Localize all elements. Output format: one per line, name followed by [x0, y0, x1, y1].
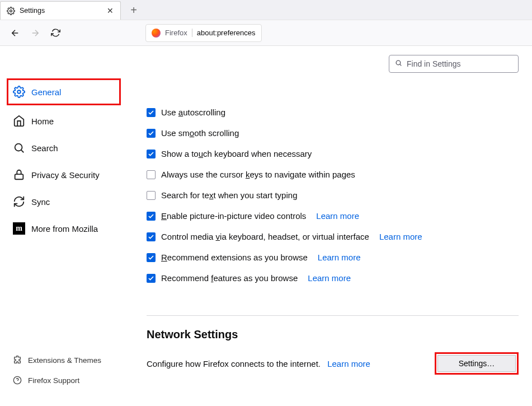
- option-row: Recommend extensions as you browseLearn …: [147, 247, 519, 268]
- svg-point-1: [17, 90, 21, 94]
- url-identity-label: Firefox: [165, 29, 192, 37]
- sidebar-item-label: Search: [31, 143, 58, 153]
- option-row: Use autoscrolling: [147, 102, 519, 123]
- sidebar-item-home[interactable]: Home: [7, 110, 121, 132]
- sidebar-item-label: General: [31, 87, 61, 97]
- tab-title: Settings: [20, 7, 106, 15]
- sidebar-item-label: Sync: [31, 197, 50, 207]
- option-row: Use smooth scrolling: [147, 123, 519, 143]
- browser-tab[interactable]: Settings ✕: [0, 1, 121, 20]
- sidebar-item-label: More from Mozilla: [31, 224, 98, 234]
- option-row: Recommend features as you browseLearn mo…: [147, 268, 519, 288]
- option-row: Search for text when you start typing: [147, 185, 519, 206]
- svg-point-0: [10, 10, 12, 12]
- checkbox[interactable]: [147, 129, 156, 138]
- address-bar[interactable]: Firefox about:preferences: [145, 24, 262, 42]
- checkbox[interactable]: [147, 212, 156, 221]
- option-label[interactable]: Recommend features as you browse: [161, 273, 298, 283]
- browser-tab-bar: Settings ✕ +: [0, 0, 532, 20]
- network-description: Configure how Firefox connects to the in…: [147, 359, 435, 368]
- sidebar-item-label: Home: [31, 116, 54, 126]
- back-button[interactable]: [7, 25, 23, 41]
- find-in-settings[interactable]: [389, 55, 519, 73]
- network-settings-button[interactable]: Settings…: [437, 355, 516, 372]
- checkbox[interactable]: [147, 191, 156, 200]
- search-icon: [12, 141, 26, 155]
- option-label[interactable]: Always use the cursor keys to navigate w…: [161, 170, 355, 179]
- highlight-box: Settings…: [435, 352, 519, 375]
- option-row: Show a touch keyboard when necessary: [147, 143, 519, 164]
- option-label[interactable]: Search for text when you start typing: [161, 190, 297, 200]
- footer-extensions[interactable]: Extensions & Themes: [12, 350, 115, 370]
- mozilla-icon: m: [12, 222, 26, 235]
- forward-button[interactable]: [27, 25, 44, 41]
- option-label[interactable]: Recommend extensions as you browse: [161, 253, 308, 262]
- checkbox[interactable]: [147, 150, 156, 158]
- footer-support[interactable]: Firefox Support: [12, 370, 115, 390]
- settings-sidebar: General Home Search Privacy & Security: [0, 46, 128, 404]
- checkbox[interactable]: [147, 274, 156, 283]
- divider: [147, 315, 519, 316]
- help-icon: [12, 375, 22, 385]
- option-label[interactable]: Use smooth scrolling: [161, 128, 239, 138]
- puzzle-icon: [12, 355, 22, 365]
- sidebar-item-general[interactable]: General: [7, 78, 121, 105]
- footer-label: Firefox Support: [28, 376, 79, 385]
- sidebar-item-privacy[interactable]: Privacy & Security: [7, 164, 121, 186]
- option-row: Always use the cursor keys to navigate w…: [147, 164, 519, 185]
- svg-rect-4: [15, 174, 23, 179]
- url-text: about:preferences: [197, 29, 256, 37]
- learn-more-link[interactable]: Learn more: [327, 359, 370, 368]
- svg-point-7: [396, 60, 401, 65]
- checkbox[interactable]: [147, 170, 156, 179]
- learn-more-link[interactable]: Learn more: [379, 232, 422, 241]
- learn-more-link[interactable]: Learn more: [318, 253, 361, 262]
- footer-label: Extensions & Themes: [28, 356, 101, 365]
- browser-toolbar: Firefox about:preferences: [0, 20, 532, 46]
- sync-icon: [12, 195, 26, 208]
- gear-icon: [6, 6, 15, 15]
- option-label[interactable]: Control media via keyboard, headset, or …: [161, 232, 369, 241]
- option-label[interactable]: Use autoscrolling: [161, 108, 225, 117]
- svg-point-2: [15, 144, 22, 151]
- svg-line-3: [21, 150, 23, 152]
- close-icon[interactable]: ✕: [106, 6, 115, 15]
- reload-button[interactable]: [47, 25, 64, 41]
- option-label[interactable]: Enable picture-in-picture video controls: [161, 211, 306, 221]
- sidebar-item-search[interactable]: Search: [7, 137, 121, 159]
- gear-icon: [12, 85, 26, 99]
- checkbox[interactable]: [147, 232, 156, 241]
- checkbox[interactable]: [147, 108, 156, 117]
- checkbox[interactable]: [147, 253, 156, 262]
- learn-more-link[interactable]: Learn more: [316, 211, 359, 221]
- settings-content: General Home Search Privacy & Security: [0, 46, 532, 404]
- network-section-title: Network Settings: [147, 328, 519, 341]
- learn-more-link[interactable]: Learn more: [308, 273, 351, 283]
- new-tab-button[interactable]: +: [125, 2, 142, 18]
- lock-icon: [12, 168, 26, 181]
- sidebar-item-label: Privacy & Security: [31, 170, 100, 180]
- settings-main: Use autoscrollingUse smooth scrollingSho…: [128, 46, 532, 404]
- sidebar-item-more-mozilla[interactable]: m More from Mozilla: [7, 217, 121, 240]
- option-label[interactable]: Show a touch keyboard when necessary: [161, 149, 312, 158]
- browsing-options: Use autoscrollingUse smooth scrollingSho…: [147, 55, 519, 288]
- find-input[interactable]: [407, 59, 512, 68]
- firefox-icon: [152, 29, 161, 38]
- search-icon: [395, 59, 402, 68]
- svg-line-8: [400, 64, 402, 66]
- sidebar-item-sync[interactable]: Sync: [7, 190, 121, 213]
- home-icon: [12, 114, 26, 128]
- option-row: Control media via keyboard, headset, or …: [147, 226, 519, 247]
- option-row: Enable picture-in-picture video controls…: [147, 206, 519, 226]
